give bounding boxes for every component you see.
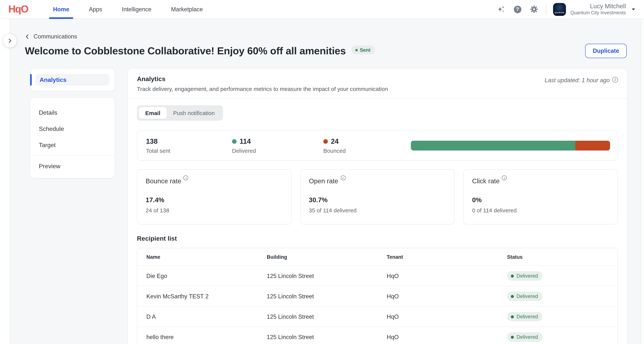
page-title: Welcome to Cobblestone Collaborative! En… bbox=[25, 45, 346, 57]
status-label: Delivered bbox=[516, 294, 538, 299]
metrics-row: Bounce rate i 17.4% 24 of 138 Open rate … bbox=[137, 169, 618, 224]
top-navigation: HqO Home Apps Intelligence Marketplace ? bbox=[0, 0, 644, 19]
recipient-building: 125 Lincoln Street bbox=[267, 293, 387, 300]
table-row[interactable]: D A 125 Lincoln Street HqO Delivered bbox=[137, 306, 618, 327]
recipient-list-heading: Recipient list bbox=[137, 235, 618, 242]
info-icon[interactable]: i bbox=[502, 176, 507, 180]
recipient-building: 125 Lincoln Street bbox=[267, 272, 387, 279]
metric-card-open-rate: Open rate i 30.7% 35 of 114 delivered bbox=[300, 169, 454, 224]
settings-gear-icon[interactable] bbox=[528, 4, 540, 15]
status-dot-icon bbox=[511, 315, 514, 318]
sidebar-divider bbox=[30, 156, 115, 156]
tab-email[interactable]: Email bbox=[139, 107, 167, 119]
column-header-name: Name bbox=[137, 254, 267, 260]
status-badge-label: Sent bbox=[360, 47, 370, 53]
primary-nav: Home Apps Intelligence Marketplace bbox=[53, 0, 203, 19]
last-updated: Last updated: 1 hour ago i bbox=[544, 77, 618, 92]
delivered-value: 114 bbox=[240, 137, 251, 146]
tab-push-notification[interactable]: Push notification bbox=[167, 107, 221, 119]
status-label: Delivered bbox=[516, 334, 538, 340]
recipient-tenant: HqO bbox=[387, 272, 507, 279]
user-name: Lucy Mitchell bbox=[570, 2, 626, 10]
page-scrollbar[interactable] bbox=[640, 19, 644, 344]
info-icon[interactable]: i bbox=[612, 77, 618, 82]
sidebar-item-target[interactable]: Target bbox=[30, 137, 115, 153]
open-rate-detail: 35 of 114 delivered bbox=[309, 207, 446, 214]
total-sent-label: Total sent bbox=[146, 148, 232, 154]
section-sidebar: Analytics Details Schedule Target Previe… bbox=[30, 68, 115, 178]
help-icon[interactable]: ? bbox=[512, 4, 523, 15]
bounced-value: 24 bbox=[331, 137, 338, 146]
recipient-tenant: HqO bbox=[387, 293, 507, 300]
stat-bounced: 24 Bounced bbox=[323, 137, 411, 154]
org-avatar[interactable]: QUANTUM bbox=[553, 3, 566, 16]
app-viewport: HqO Home Apps Intelligence Marketplace ? bbox=[0, 0, 644, 344]
nav-item-intelligence[interactable]: Intelligence bbox=[122, 0, 152, 19]
chevron-down-icon[interactable] bbox=[631, 8, 636, 11]
recipient-name: Kevin McSarthy TEST 2 bbox=[137, 293, 267, 300]
open-rate-value: 30.7% bbox=[309, 196, 446, 204]
table-row[interactable]: Kevin McSarthy TEST 2 125 Lincoln Street… bbox=[137, 286, 618, 306]
user-menu[interactable]: Lucy Mitchell Quantum City Investments bbox=[570, 2, 626, 16]
delivery-status-badge: Delivered bbox=[507, 332, 542, 342]
bounced-label: Bounced bbox=[323, 148, 411, 154]
channel-tabs-row: Email Push notification bbox=[128, 98, 627, 121]
table-row[interactable]: Die Ego 125 Lincoln Street HqO Delivered bbox=[137, 266, 618, 286]
duplicate-button[interactable]: Duplicate bbox=[585, 44, 627, 58]
status-dot-icon bbox=[511, 336, 514, 338]
open-rate-title: Open rate bbox=[309, 177, 338, 185]
recipient-name: hello there bbox=[137, 334, 267, 340]
recipient-building: 125 Lincoln Street bbox=[267, 313, 387, 320]
sidebar-item-preview[interactable]: Preview bbox=[30, 158, 115, 174]
recipient-tenant: HqO bbox=[387, 313, 507, 320]
delivered-label: Delivered bbox=[232, 148, 323, 154]
recipient-name: Die Ego bbox=[137, 272, 267, 279]
recipient-name: D A bbox=[137, 313, 267, 320]
page-content: Communications Welcome to Cobblestone Co… bbox=[25, 19, 628, 344]
stat-total-sent: 138 Total sent bbox=[146, 137, 232, 154]
bounce-rate-value: 17.4% bbox=[146, 196, 283, 204]
bounce-rate-title: Bounce rate bbox=[146, 177, 181, 185]
avatar-label: QUANTUM bbox=[554, 12, 564, 14]
column-header-status: Status bbox=[507, 254, 618, 260]
bounced-dot-icon bbox=[323, 139, 328, 144]
nav-item-apps[interactable]: Apps bbox=[89, 0, 102, 19]
expand-sidebar-button[interactable] bbox=[3, 34, 16, 48]
info-icon[interactable]: i bbox=[340, 176, 346, 180]
collapsed-sidebar-rail bbox=[0, 19, 10, 344]
info-icon[interactable]: i bbox=[184, 176, 188, 180]
table-header-row: Name Building Tenant Status bbox=[137, 248, 618, 266]
sidebar-item-schedule[interactable]: Schedule bbox=[30, 121, 115, 137]
recipient-building: 125 Lincoln Street bbox=[267, 334, 387, 340]
metric-card-bounce-rate: Bounce rate i 17.4% 24 of 138 bbox=[137, 169, 292, 224]
nav-right-group: ? QUANTUM bbox=[490, 2, 636, 16]
status-badge: Sent bbox=[352, 46, 375, 54]
status-dot-icon bbox=[511, 295, 514, 298]
table-row[interactable]: hello there 125 Lincoln Street HqO Deliv… bbox=[137, 327, 618, 344]
progress-bounced-segment bbox=[575, 141, 610, 150]
sparkles-icon[interactable] bbox=[495, 4, 506, 15]
question-mark-glyph: ? bbox=[514, 6, 521, 13]
sidebar-analytics-card: Analytics bbox=[30, 68, 115, 91]
total-sent-value: 138 bbox=[146, 137, 158, 146]
title-row: Welcome to Cobblestone Collaborative! En… bbox=[25, 45, 628, 57]
delivery-summary-card: 138 Total sent 114 Delivered 24 bbox=[137, 130, 618, 161]
click-rate-detail: 0 of 114 delivered bbox=[472, 207, 609, 214]
nav-item-marketplace[interactable]: Marketplace bbox=[171, 0, 203, 19]
bounce-rate-detail: 24 of 138 bbox=[146, 207, 283, 214]
delivery-progress-bar bbox=[411, 141, 610, 150]
click-rate-title: Click rate bbox=[472, 177, 500, 185]
nav-item-home[interactable]: Home bbox=[53, 0, 69, 19]
sidebar-item-analytics[interactable]: Analytics bbox=[36, 74, 110, 86]
sidebar-sections-card: Details Schedule Target Preview bbox=[30, 97, 115, 178]
analytics-panel-header: Analytics Track delivery, engagement, an… bbox=[128, 69, 627, 98]
analytics-heading: Analytics bbox=[137, 76, 388, 83]
breadcrumb-label: Communications bbox=[34, 33, 77, 40]
breadcrumb[interactable]: Communications bbox=[25, 33, 628, 40]
status-label: Delivered bbox=[516, 314, 538, 320]
user-organization: Quantum City Investments bbox=[570, 10, 626, 16]
status-dot-icon bbox=[355, 49, 358, 51]
stat-delivered: 114 Delivered bbox=[232, 137, 323, 154]
hqo-logo[interactable]: HqO bbox=[8, 4, 28, 15]
sidebar-item-details[interactable]: Details bbox=[30, 104, 115, 121]
